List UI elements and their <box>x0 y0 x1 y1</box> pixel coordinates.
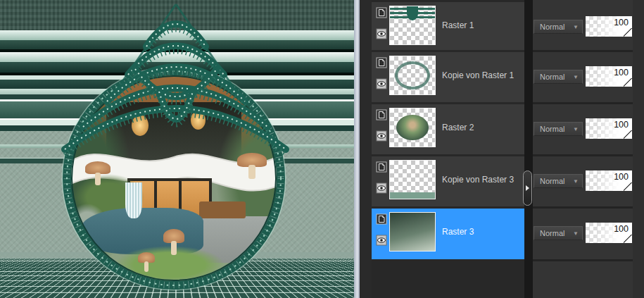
row-divider <box>533 102 644 104</box>
blend-opacity-controls: Normal ▼ 100 Normal ▼ 100 <box>533 0 644 298</box>
raster-pages-icon[interactable] <box>376 109 387 120</box>
layer-controls-row: Normal ▼ 100 <box>533 156 644 206</box>
opacity-slider-corner <box>624 78 632 87</box>
opacity-slider-corner <box>624 235 632 243</box>
chevron-down-icon: ▼ <box>573 24 579 30</box>
layer-controls-row: Normal ▼ 100 <box>533 52 644 102</box>
opacity-field[interactable]: 100 <box>586 170 632 191</box>
layer-thumbnail[interactable] <box>389 212 436 252</box>
visibility-eye-icon[interactable] <box>376 182 387 194</box>
opacity-slider-corner <box>624 130 632 139</box>
blend-mode-dropdown[interactable]: Normal ▼ <box>533 70 583 84</box>
opacity-field[interactable]: 100 <box>586 16 632 37</box>
layer-name: Raster 3 <box>442 227 474 237</box>
opacity-field[interactable]: 100 <box>586 118 632 139</box>
mushroom-lamp <box>85 161 111 185</box>
pixel-streak <box>0 40 354 49</box>
layer-name: Kopie von Raster 1 <box>442 70 514 80</box>
blend-mode-dropdown[interactable]: Normal ▼ <box>533 122 583 136</box>
image-canvas[interactable] <box>0 0 354 298</box>
layer-thumbnail[interactable] <box>389 6 436 45</box>
row-divider <box>533 50 644 52</box>
chevron-down-icon: ▼ <box>573 230 579 237</box>
layer-row-raster-1[interactable]: Raster 1 <box>372 2 524 50</box>
house-garden-photo <box>68 73 279 284</box>
top-dark-band <box>0 0 354 32</box>
layer-list: Raster 1 Kopie von Raster 1 <box>372 0 524 298</box>
pixel-streak <box>0 30 354 40</box>
blend-mode-dropdown[interactable]: Normal ▼ <box>533 174 583 188</box>
row-divider <box>533 154 644 156</box>
opacity-field[interactable]: 100 <box>586 223 632 243</box>
chevron-down-icon: ▼ <box>573 178 579 185</box>
panel-right-margin <box>633 0 644 298</box>
pixel-streak <box>0 52 354 62</box>
visibility-eye-icon[interactable] <box>376 235 387 246</box>
blend-mode-dropdown[interactable]: Normal ▼ <box>533 20 583 34</box>
visibility-eye-icon[interactable] <box>376 28 387 39</box>
row-divider <box>533 259 644 261</box>
canvas-panel-divider <box>354 0 360 298</box>
layer-row-raster-2[interactable]: Raster 2 <box>372 104 524 154</box>
layer-thumbnail[interactable] <box>389 160 436 199</box>
panel-collapse-handle[interactable] <box>523 170 532 206</box>
layer-thumbnail[interactable] <box>389 108 436 147</box>
layer-name: Raster 1 <box>442 20 474 30</box>
layer-controls-row: Normal ▼ 100 <box>533 209 644 259</box>
panel-scroll-track[interactable] <box>524 0 533 298</box>
chevron-down-icon: ▼ <box>573 126 579 132</box>
opacity-slider-corner <box>624 182 632 191</box>
visibility-eye-icon[interactable] <box>376 130 387 142</box>
layer-name: Kopie von Raster 3 <box>442 175 514 185</box>
visibility-eye-icon[interactable] <box>376 78 387 89</box>
mushroom <box>138 252 155 271</box>
opacity-field[interactable]: 100 <box>586 66 632 87</box>
application-window: Raster 1 Kopie von Raster 1 <box>0 0 644 298</box>
mushroom <box>163 229 184 254</box>
layer-name: Raster 2 <box>442 123 474 132</box>
layer-row-kopie-von-raster-3[interactable]: Kopie von Raster 3 <box>372 156 524 206</box>
raster-pages-icon[interactable] <box>376 213 387 225</box>
raster-pages-icon[interactable] <box>376 57 387 68</box>
layer-row-raster-3-selected[interactable]: Raster 3 <box>372 209 524 259</box>
chevron-down-icon: ▼ <box>573 74 579 80</box>
layer-controls-row: Normal ▼ 100 <box>533 104 644 154</box>
opacity-slider-corner <box>624 28 632 37</box>
layer-thumbnail[interactable] <box>389 56 436 95</box>
row-divider <box>533 206 644 209</box>
layer-controls-row: Normal ▼ 100 <box>533 2 644 50</box>
layers-palette: Raster 1 Kopie von Raster 1 <box>360 0 644 298</box>
mushroom-lamp <box>237 153 267 178</box>
layer-row-kopie-von-raster-1[interactable]: Kopie von Raster 1 <box>372 52 524 102</box>
raster-pages-icon[interactable] <box>376 161 387 173</box>
framed-photo-orb <box>59 63 289 293</box>
raster-pages-icon[interactable] <box>376 7 387 18</box>
blend-mode-dropdown[interactable]: Normal ▼ <box>533 226 583 240</box>
